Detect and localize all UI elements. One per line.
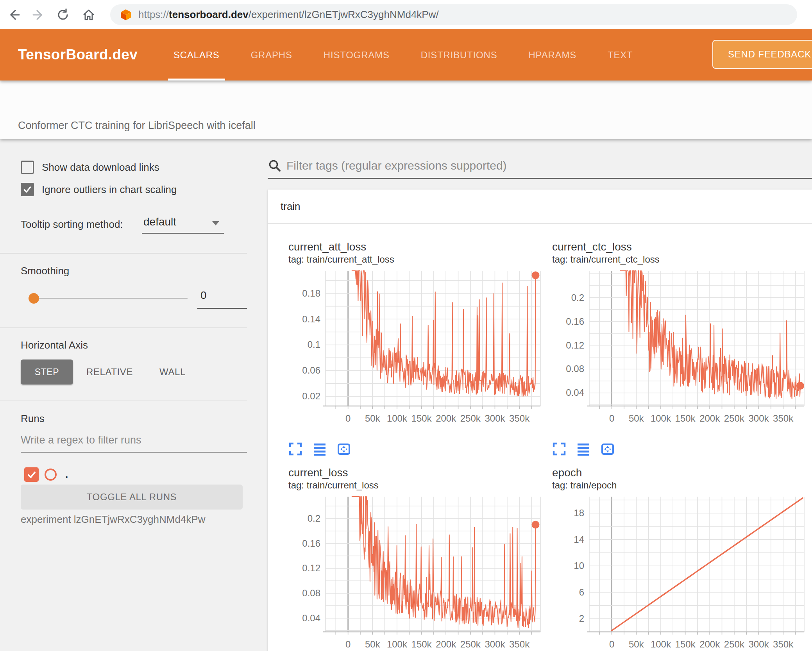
chart-tag: tag: train/current_ctc_loss [552,254,808,265]
scalar-line-chart[interactable]: 050k100k150k200k250k300k350k0.020.060.10… [288,268,544,436]
svg-text:0.1: 0.1 [308,339,320,350]
smoothing-slider-thumb[interactable] [29,293,39,304]
svg-text:0.2: 0.2 [308,513,320,524]
reload-icon[interactable] [55,7,71,23]
axis-relative-button[interactable]: RELATIVE [73,367,146,377]
search-icon [268,159,282,173]
runs-filter-input[interactable] [21,434,247,446]
chart-toolbar [552,440,808,458]
tag-filter-input[interactable] [286,159,812,172]
browser-toolbar: https://tensorboard.dev/experiment/lzGnE… [0,0,812,29]
svg-text:0.02: 0.02 [302,391,320,401]
tab-hparams[interactable]: HPARAMS [523,29,582,80]
run-row: . [24,467,68,482]
chart-title: current_ctc_loss [552,240,808,254]
svg-text:300k: 300k [485,413,505,424]
chart-tag: tag: train/current_att_loss [288,254,544,265]
chart-title: current_att_loss [288,240,544,254]
scalar-line-chart[interactable]: 050k100k150k200k250k300k350k0.040.080.12… [288,494,544,651]
svg-text:200k: 200k [699,413,720,424]
chart-tag: tag: train/epoch [552,479,808,491]
horizontal-lines-icon[interactable] [313,442,327,456]
chart-tag: tag: train/current_loss [288,479,544,491]
train-card: train current_att_loss tag: train/curren… [268,190,812,651]
address-bar[interactable]: https://tensorboard.dev/experiment/lzGnE… [110,4,797,25]
smoothing-value-field[interactable]: 0 [197,289,247,309]
back-icon[interactable] [6,7,23,23]
chart-card-current-loss: current_loss tag: train/current_loss 050… [288,466,544,651]
fit-domain-icon[interactable] [601,442,615,456]
tag-group-header[interactable]: train [268,190,812,224]
svg-text:350k: 350k [509,639,530,649]
svg-text:250k: 250k [724,413,745,424]
svg-text:250k: 250k [460,639,481,649]
svg-text:350k: 350k [773,413,794,424]
show-download-links-checkbox[interactable] [21,161,34,174]
svg-text:0.12: 0.12 [566,340,584,351]
brand-logo: TensorBoard.dev [18,46,138,63]
chevron-down-icon [212,221,219,225]
svg-text:300k: 300k [748,639,769,649]
chart-title: epoch [552,466,808,479]
chart-card-current-att-loss: current_att_loss tag: train/current_att_… [288,240,544,458]
experiment-title: Conformer CTC training for LibriSpeech w… [18,120,256,132]
toggle-all-runs-button[interactable]: TOGGLE ALL RUNS [21,485,243,510]
fullscreen-icon[interactable] [288,442,302,456]
horizontal-axis-options: STEP RELATIVE WALL [21,359,199,385]
svg-text:0.12: 0.12 [302,563,320,573]
axis-step-button[interactable]: STEP [21,359,73,385]
tab-text[interactable]: TEXT [602,29,639,80]
tab-histograms[interactable]: HISTOGRAMS [318,29,395,80]
tab-distributions[interactable]: DISTRIBUTIONS [415,29,503,80]
svg-text:0.14: 0.14 [302,314,320,324]
svg-text:200k: 200k [699,639,720,649]
tooltip-sorting-label: Tooltip sorting method: [21,218,123,231]
svg-text:200k: 200k [436,639,456,649]
run-name: . [65,469,68,481]
svg-text:100k: 100k [387,639,408,649]
tab-scalars[interactable]: SCALARS [168,29,225,80]
ignore-outliers-checkbox[interactable] [21,183,34,196]
svg-text:0: 0 [345,639,351,649]
runs-filter-wrap [21,434,247,452]
smoothing-slider-row: 0 [21,292,247,306]
check-icon [26,469,37,480]
horizontal-lines-icon[interactable] [576,442,590,456]
checkbox-label: Show data download links [42,161,159,173]
forward-icon[interactable] [30,7,46,23]
tensorboard-page: https://tensorboard.dev/experiment/lzGnE… [0,0,812,651]
show-download-links-row: Show data download links [21,161,159,174]
fit-domain-icon[interactable] [337,442,351,456]
svg-text:150k: 150k [675,639,696,649]
svg-text:50k: 50k [629,413,644,424]
divider [0,401,247,401]
smoothing-slider-track[interactable] [29,298,188,299]
svg-text:18: 18 [574,508,584,518]
run-checkbox[interactable] [24,467,39,482]
ignore-outliers-row: Ignore outliers in chart scaling [21,183,177,196]
scalar-line-chart[interactable]: 050k100k150k200k250k300k350k26101418 [552,494,808,651]
active-tab-underline [168,79,225,80]
svg-text:150k: 150k [411,639,432,649]
svg-text:0.08: 0.08 [566,363,584,374]
svg-text:14: 14 [574,534,584,545]
svg-text:2: 2 [579,613,584,624]
svg-text:150k: 150k [675,413,696,424]
tab-graphs[interactable]: GRAPHS [245,29,298,80]
svg-text:0.08: 0.08 [302,588,320,598]
home-icon[interactable] [80,7,97,23]
chart-card-current-ctc-loss: current_ctc_loss tag: train/current_ctc_… [552,240,808,458]
runs-label: Runs [21,413,45,425]
svg-text:0.16: 0.16 [566,316,584,327]
svg-text:200k: 200k [436,413,456,424]
send-feedback-button[interactable]: SEND FEEDBACK [712,40,812,69]
fullscreen-icon[interactable] [552,442,566,456]
svg-text:0.04: 0.04 [566,387,584,398]
svg-text:150k: 150k [411,413,432,424]
scalar-line-chart[interactable]: 050k100k150k200k250k300k350k0.040.080.12… [552,268,808,436]
chart-toolbar [288,440,544,458]
svg-text:100k: 100k [651,639,671,649]
axis-wall-button[interactable]: WALL [146,367,199,377]
svg-text:300k: 300k [485,639,505,649]
tooltip-sorting-dropdown[interactable]: default [142,216,224,234]
